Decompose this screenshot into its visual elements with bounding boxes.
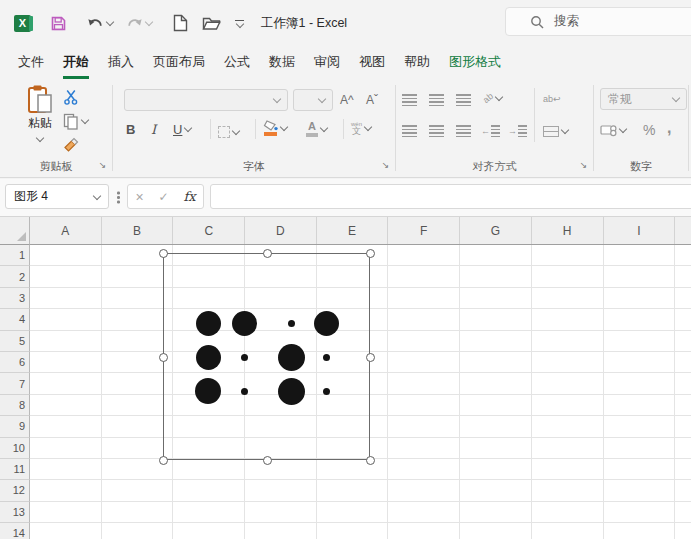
- cell-g5[interactable]: [460, 331, 532, 352]
- increase-indent-button[interactable]: →: [508, 121, 527, 141]
- cell-f13[interactable]: [388, 502, 460, 523]
- cell-partial[interactable]: [675, 373, 691, 394]
- tab-insert[interactable]: 插入: [108, 46, 134, 79]
- cell-g11[interactable]: [460, 459, 532, 480]
- cell-d11[interactable]: [245, 459, 317, 480]
- cell-f7[interactable]: [388, 373, 460, 394]
- align-bottom-button[interactable]: [456, 90, 471, 110]
- cell-g4[interactable]: [460, 309, 532, 330]
- cell-i7[interactable]: [604, 373, 676, 394]
- accounting-format-button[interactable]: [600, 120, 626, 140]
- row-header-8[interactable]: 8: [0, 395, 30, 416]
- cell-partial[interactable]: [675, 459, 691, 480]
- cell-a10[interactable]: [30, 438, 102, 459]
- cell-f2[interactable]: [388, 266, 460, 287]
- cell-g13[interactable]: [460, 502, 532, 523]
- clipboard-dialog-launcher[interactable]: ↘: [97, 160, 108, 171]
- cell-i5[interactable]: [604, 331, 676, 352]
- selection-handle[interactable]: [366, 353, 375, 362]
- copy-button[interactable]: [63, 111, 88, 131]
- search-box[interactable]: 搜索: [505, 7, 691, 36]
- selection-handle[interactable]: [159, 456, 168, 465]
- cell-i2[interactable]: [604, 266, 676, 287]
- cell-partial[interactable]: [675, 480, 691, 501]
- font-color-button[interactable]: A: [306, 119, 327, 139]
- cell-h14[interactable]: [532, 523, 604, 539]
- cell-g1[interactable]: [460, 245, 532, 266]
- font-dialog-launcher[interactable]: ↘: [380, 160, 391, 171]
- insert-function-button[interactable]: fx: [183, 189, 195, 204]
- align-right-button[interactable]: [456, 121, 471, 141]
- name-box[interactable]: 图形 4: [5, 184, 109, 209]
- cell-a2[interactable]: [30, 266, 102, 287]
- cell-h9[interactable]: [532, 416, 604, 437]
- cell-partial[interactable]: [675, 245, 691, 266]
- cell-i12[interactable]: [604, 480, 676, 501]
- cell-a4[interactable]: [30, 309, 102, 330]
- cell-e12[interactable]: [317, 480, 389, 501]
- tab-formulas[interactable]: 公式: [224, 46, 250, 79]
- cell-partial[interactable]: [675, 438, 691, 459]
- cell-h8[interactable]: [532, 395, 604, 416]
- cell-g14[interactable]: [460, 523, 532, 539]
- cell-a3[interactable]: [30, 288, 102, 309]
- cell-g6[interactable]: [460, 352, 532, 373]
- italic-button[interactable]: I: [151, 119, 156, 139]
- paste-button[interactable]: 粘贴: [17, 84, 63, 141]
- underline-button[interactable]: U: [173, 119, 191, 139]
- column-header-b[interactable]: B: [102, 217, 174, 244]
- number-format-combo[interactable]: 常规: [600, 88, 687, 110]
- cell-h3[interactable]: [532, 288, 604, 309]
- cell-h10[interactable]: [532, 438, 604, 459]
- merge-center-button[interactable]: [543, 121, 568, 141]
- save-button[interactable]: [50, 15, 67, 32]
- cell-a11[interactable]: [30, 459, 102, 480]
- row-header-7[interactable]: 7: [0, 373, 30, 394]
- column-header-h[interactable]: H: [532, 217, 604, 244]
- cell-g3[interactable]: [460, 288, 532, 309]
- cell-b14[interactable]: [102, 523, 174, 539]
- cell-f12[interactable]: [388, 480, 460, 501]
- column-header-i[interactable]: I: [604, 217, 676, 244]
- cell-d12[interactable]: [245, 480, 317, 501]
- row-header-13[interactable]: 13: [0, 502, 30, 523]
- drag-handle-icon[interactable]: [117, 196, 120, 199]
- orientation-button[interactable]: ab: [483, 88, 502, 108]
- column-header-c[interactable]: C: [173, 217, 245, 244]
- cell-e11[interactable]: [317, 459, 389, 480]
- tab-home[interactable]: 开始: [63, 46, 89, 79]
- cancel-button[interactable]: ×: [135, 189, 143, 205]
- cell-f3[interactable]: [388, 288, 460, 309]
- cell-h12[interactable]: [532, 480, 604, 501]
- selection-handle[interactable]: [263, 456, 272, 465]
- row-header-14[interactable]: 14: [0, 523, 30, 539]
- cell-f6[interactable]: [388, 352, 460, 373]
- selected-shape[interactable]: [163, 253, 370, 460]
- cell-c14[interactable]: [173, 523, 245, 539]
- undo-button[interactable]: [87, 16, 113, 31]
- cell-d13[interactable]: [245, 502, 317, 523]
- tab-page-layout[interactable]: 页面布局: [153, 46, 205, 79]
- tab-shape-format[interactable]: 图形格式: [449, 46, 501, 79]
- cell-h1[interactable]: [532, 245, 604, 266]
- increase-font-button[interactable]: A^: [340, 90, 354, 110]
- cell-f9[interactable]: [388, 416, 460, 437]
- tab-view[interactable]: 视图: [359, 46, 385, 79]
- cell-partial[interactable]: [675, 352, 691, 373]
- row-header-1[interactable]: 1: [0, 245, 30, 266]
- cell-i8[interactable]: [604, 395, 676, 416]
- formula-input[interactable]: [210, 184, 691, 209]
- cell-a5[interactable]: [30, 331, 102, 352]
- column-header-g[interactable]: G: [460, 217, 532, 244]
- align-middle-button[interactable]: [429, 90, 444, 110]
- cell-f14[interactable]: [388, 523, 460, 539]
- wrap-text-button[interactable]: ab↩: [543, 89, 561, 109]
- cell-a1[interactable]: [30, 245, 102, 266]
- align-top-button[interactable]: [402, 90, 417, 110]
- cell-a14[interactable]: [30, 523, 102, 539]
- decrease-font-button[interactable]: Aˇ: [366, 90, 378, 110]
- comma-style-button[interactable]: ,: [667, 118, 671, 138]
- cell-partial[interactable]: [675, 288, 691, 309]
- cell-c12[interactable]: [173, 480, 245, 501]
- cell-f4[interactable]: [388, 309, 460, 330]
